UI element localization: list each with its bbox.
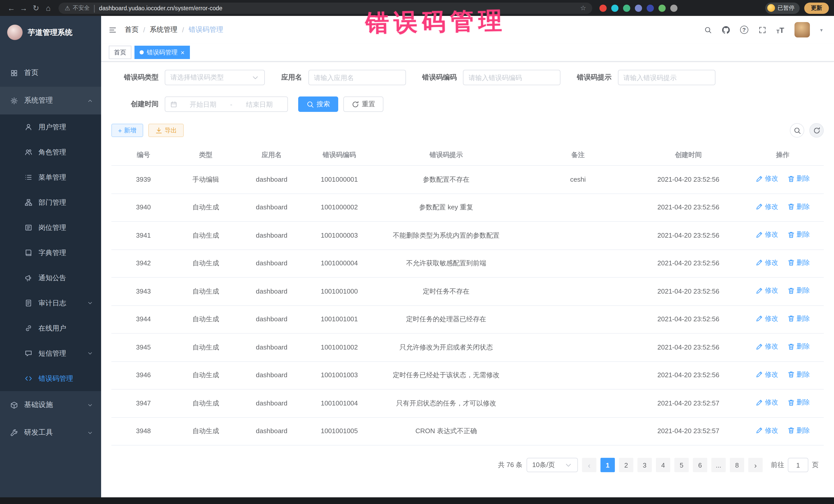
close-tab-icon[interactable]: × [181,49,184,56]
search-button[interactable]: 搜索 [298,96,338,112]
breadcrumb-system[interactable]: 系统管理 [150,25,178,35]
date-range-picker[interactable]: - [165,96,288,112]
browser-forward-icon[interactable]: → [18,4,30,12]
pagination-page-6[interactable]: 6 [693,458,707,472]
browser-home-icon[interactable]: ⌂ [42,4,54,12]
puzzle-extension-icon[interactable] [670,4,678,12]
security-indicator[interactable]: ⚠ 不安全 [65,4,90,12]
edit-button[interactable]: 修改 [756,257,778,268]
export-button[interactable]: 导出 [148,124,183,137]
pagination-prev-button[interactable]: ‹ [582,458,596,472]
onetab-extension-icon[interactable] [647,4,654,12]
delete-button[interactable]: 删除 [787,201,810,212]
grid-extension-icon[interactable] [635,4,642,12]
github-icon[interactable] [722,26,729,34]
edit-button[interactable]: 修改 [756,229,778,240]
user-avatar[interactable] [794,22,810,38]
pagination-page-1[interactable]: 1 [600,458,615,472]
edit-button[interactable]: 修改 [756,173,778,184]
sidebar-item-role[interactable]: 角色管理 [0,139,101,165]
edit-button[interactable]: 修改 [756,313,778,324]
browser-back-icon[interactable]: ← [5,4,18,12]
sidebar-item-online[interactable]: 在线用户 [0,316,101,341]
delete-button[interactable]: 删除 [787,173,810,184]
sidebar-item-errcode[interactable]: 错误码管理 [0,366,101,391]
pagination-more[interactable]: ... [711,458,726,472]
cell-id: 3948 [136,427,151,435]
vue-devtools-extension-icon[interactable] [623,4,630,12]
sidebar-item-user[interactable]: 用户管理 [0,114,101,139]
chevron-down-icon[interactable]: ▾ [820,27,823,32]
cell-type: 自动生成 [193,427,219,435]
fullscreen-icon[interactable] [758,26,766,34]
cell-code: 1001001001 [321,315,358,323]
sidebar-item-notice[interactable]: 通知公告 [0,265,101,290]
address-bar[interactable]: ⚠ 不安全 | dashboard.yudao.iocoder.cn/syste… [59,2,592,14]
tab-error-code[interactable]: 错误码管理 × [134,46,190,59]
app-name-input[interactable] [314,74,400,81]
cell-app: dashboard [256,259,287,267]
app-logo[interactable]: 芋道管理系统 [0,16,101,49]
sidebar-item-post[interactable]: 岗位管理 [0,215,101,240]
browser-update-button[interactable]: 更新 [804,2,829,14]
help-icon[interactable]: ? [740,26,748,34]
error-hint-input[interactable] [623,74,709,81]
sidebar-item-infra[interactable]: 基础设施 [0,391,101,419]
delete-button[interactable]: 删除 [787,313,810,324]
sidebar-item-dept[interactable]: 部门管理 [0,190,101,215]
search-icon[interactable] [704,26,711,34]
sidebar-item-system[interactable]: 系统管理 [0,87,101,114]
hamburger-icon[interactable] [109,26,116,34]
delete-button[interactable]: 删除 [787,257,810,268]
pencil-icon [756,259,764,266]
edit-button[interactable]: 修改 [756,285,778,296]
cell-app: dashboard [256,427,287,435]
sidebar-item-sms[interactable]: 短信管理 [0,341,101,366]
reset-button[interactable]: 重置 [343,96,383,112]
pagination-page-3[interactable]: 3 [637,458,652,472]
delete-button[interactable]: 删除 [787,341,810,352]
pagination-page-8[interactable]: 8 [730,458,744,472]
pagination-page-5[interactable]: 5 [674,458,689,472]
add-button[interactable]: + 新增 [111,124,143,137]
edit-button[interactable]: 修改 [756,397,778,408]
edit-button[interactable]: 修改 [756,201,778,212]
refresh-button[interactable] [809,123,824,137]
goto-page-input[interactable] [788,458,808,472]
color-drop-extension-icon[interactable] [611,4,618,12]
sidebar-item-devtools[interactable]: 研发工具 [0,419,101,446]
toggle-search-button[interactable] [790,123,804,137]
sidebar-item-audit[interactable]: 审计日志 [0,290,101,316]
sidebar-item-dict[interactable]: 字典管理 [0,240,101,265]
start-date-input[interactable] [180,100,226,108]
delete-button[interactable]: 删除 [787,285,810,296]
page-size-select[interactable]: 10条/页 [527,458,578,472]
profile-paused-chip[interactable]: 已暂停 [765,2,799,14]
delete-button[interactable]: 删除 [787,369,810,380]
pencil-icon [756,371,764,378]
bookmark-star-icon[interactable]: ☆ [580,4,586,12]
browser-reload-icon[interactable]: ↻ [30,3,42,13]
font-size-icon[interactable]: TT [776,25,784,34]
sidebar-item-menu[interactable]: 菜单管理 [0,165,101,190]
leaf-extension-icon[interactable] [658,4,666,12]
breadcrumb-home[interactable]: 首页 [125,25,138,35]
edit-button[interactable]: 修改 [756,369,778,380]
edit-button[interactable]: 修改 [756,425,778,436]
error-code-input[interactable] [468,74,555,81]
pagination-next-button[interactable]: › [748,458,763,472]
address-separator: | [93,3,95,13]
tab-home[interactable]: 首页 [109,46,131,59]
delete-button[interactable]: 删除 [787,425,810,436]
pagination-page-2[interactable]: 2 [619,458,633,472]
tree-icon [25,199,32,206]
pagination-page-4[interactable]: 4 [656,458,670,472]
delete-button[interactable]: 删除 [787,229,810,240]
sidebar-item-home[interactable]: 首页 [0,59,101,87]
end-date-input[interactable] [236,100,282,108]
recorder-extension-icon[interactable] [599,4,607,12]
edit-button[interactable]: 修改 [756,341,778,352]
user-icon [25,123,32,131]
delete-button[interactable]: 删除 [787,397,810,408]
error-type-select[interactable]: 请选择错误码类型 [165,70,265,85]
